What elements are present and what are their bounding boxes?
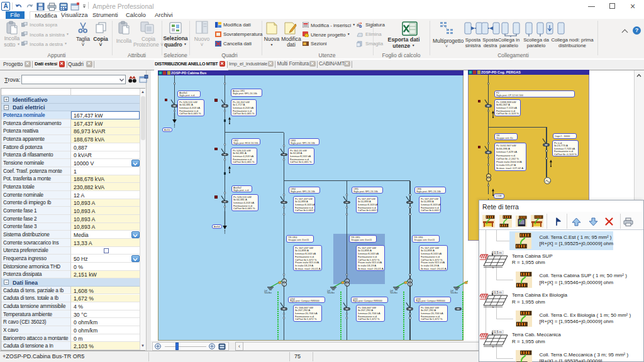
svg-text:0,5 m: 0,5 m [494, 251, 502, 255]
svg-text:b: b [492, 345, 494, 348]
svg-text:b: b [359, 24, 362, 28]
svg-text:0,5 m: 0,5 m [494, 330, 502, 334]
svg-text:0,5 m: 0,5 m [494, 290, 502, 294]
svg-text:b: b [492, 305, 494, 308]
svg-text:b: b [492, 266, 494, 268]
